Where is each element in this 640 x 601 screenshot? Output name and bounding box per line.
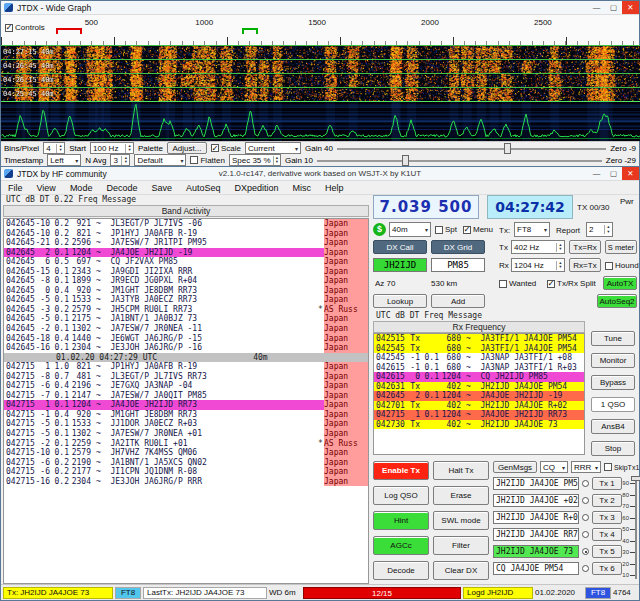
hound-checkbox[interactable]: Hound xyxy=(605,261,639,270)
decode-button[interactable]: Decode xyxy=(373,561,429,580)
rx-freq-spinner[interactable]: 1204 Hz▴▾ xyxy=(511,258,565,272)
close-icon[interactable]: ✕ xyxy=(622,167,639,180)
spt-checkbox[interactable]: Spt xyxy=(435,225,457,234)
decode-row[interactable]: 042715-60.22177~ JI1CPN JQ1DNM R-08Japan xyxy=(4,467,368,477)
side-button-ansb4[interactable]: AnsB4 xyxy=(591,419,635,434)
start-spinner[interactable]: 100 Hz▴▾ xyxy=(90,142,134,154)
autotx-button[interactable]: AutoTX xyxy=(603,276,637,290)
tx-eq-rx-button[interactable]: Tx=Rx xyxy=(569,240,601,254)
adjust-button[interactable]: Adjust... xyxy=(167,142,207,154)
gain2-slider[interactable] xyxy=(317,155,602,166)
band-select[interactable]: 40m▾ xyxy=(389,222,431,237)
wide-graph-titlebar[interactable]: JTDX - Wide Graph — ▢ ✕ xyxy=(1,1,639,15)
tx-button-6[interactable]: Tx 6 xyxy=(592,562,622,575)
dx-call-value[interactable]: JH2IJD xyxy=(373,258,427,272)
side-button-stop[interactable]: Stop xyxy=(591,441,635,456)
decode-row[interactable]: 042715-160.22304~ JE3JOH JA6JRG/P RRRJap… xyxy=(4,477,368,487)
filter-button[interactable]: Filter xyxy=(433,536,489,555)
lookup-button[interactable]: Lookup xyxy=(373,294,427,308)
scale-checkbox[interactable]: Scale xyxy=(211,144,241,153)
decode-row[interactable]: 042645-30.22579~ JH5CPM RU0LI RR73*AS Ru… xyxy=(4,305,368,315)
frequency-display[interactable]: 7.039 500 xyxy=(373,195,479,219)
decode-row[interactable]: 042701Tx402~ JH2IJD JA4JOE R+02 xyxy=(374,401,584,411)
rrr-select[interactable]: RRR▾ xyxy=(571,461,601,473)
decode-row[interactable]: 042515Tx680~ JA3TFI/1 JA4JOE PM54 xyxy=(374,334,584,344)
decode-row[interactable]: 042645-150.12343~ JA9GDI JI2IXA RRRJapan xyxy=(4,267,368,277)
hint-button[interactable]: Hint xyxy=(373,511,429,530)
erase-button[interactable]: Erase xyxy=(433,486,489,505)
tx-button-1[interactable]: Tx 1 xyxy=(592,477,622,490)
tx-message-field[interactable]: JH2IJD JA4JOE +02 xyxy=(493,494,579,507)
side-button-monitor[interactable]: Monitor xyxy=(591,353,635,368)
decode-row[interactable]: 04264500.4920~ JM1GHT JE8DBM RR73Japan xyxy=(4,286,368,296)
menu-file[interactable]: File xyxy=(1,183,30,193)
tx-radio[interactable] xyxy=(582,480,589,487)
menu-help[interactable]: Help xyxy=(318,183,351,193)
skiptx1-checkbox[interactable]: SkipTx1 xyxy=(604,463,639,471)
swl-button[interactable]: SWL mode xyxy=(433,511,489,530)
flatten-checkbox[interactable]: Flatten xyxy=(190,156,224,165)
decode-row[interactable]: 042730Tx402~ JH2IJD JA4JOE 73 xyxy=(374,420,584,430)
minimize-icon[interactable]: — xyxy=(588,167,605,180)
spec-spinner[interactable]: Spec 35 %▴▾ xyxy=(229,154,281,166)
slider-handle[interactable] xyxy=(402,155,409,166)
decode-row[interactable]: 042545-10.1680~ JA3NAP JA3TFI/1 +08 xyxy=(374,353,584,363)
decode-row[interactable]: 042715-50.11533~ JJ1DOR JA0ECZ R+03Japan xyxy=(4,419,368,429)
rx-frequency-marker[interactable] xyxy=(242,28,258,34)
menu-checkbox[interactable]: Menu xyxy=(463,225,493,234)
tx-button-3[interactable]: Tx 3 xyxy=(592,511,622,524)
cq-select[interactable]: CQ▾ xyxy=(540,461,568,473)
slider-handle[interactable] xyxy=(631,476,640,481)
menu-misc[interactable]: Misc xyxy=(286,183,319,193)
decode-row[interactable]: 042715-60.22190~ JA1BNT/1 JA5XCS QN02Jap… xyxy=(4,458,368,468)
side-button-tune[interactable]: Tune xyxy=(591,331,635,346)
tx-message-field[interactable]: JH2IJD JA4JOE 73 xyxy=(493,545,579,558)
palette-select[interactable]: Default▾ xyxy=(134,154,186,166)
decode-row[interactable]: 042645-160.12304~ JE3JOH JA6JRG/P -16Jap… xyxy=(4,343,368,353)
maximize-icon[interactable]: ▢ xyxy=(605,1,622,14)
navg-spinner[interactable]: 3▴▾ xyxy=(110,154,130,166)
decode-row[interactable]: 042715-20.12259~ JA2ITK RU0LI +01*AS Rus… xyxy=(4,439,368,449)
decode-row[interactable]: 042645-50.11533~ JA3TYB JA0ECZ RR73Japan xyxy=(4,295,368,305)
decode-row[interactable]: 042715-100.12579~ JH7VHZ 7K4MSS QM06Japa… xyxy=(4,448,368,458)
decode-row[interactable]: 042645-20.11302~ JA7ESW/7 JR0NEA -11Japa… xyxy=(4,324,368,334)
tx-mode-select[interactable]: FT8▾ xyxy=(514,222,550,237)
timestamp-select[interactable]: Left▾ xyxy=(47,154,81,166)
decode-row[interactable]: 042645-100.2921~ JL3EGT/P JL7IVS -06Japa… xyxy=(4,219,368,229)
decode-row[interactable]: 042715-80.7481~ JL3EGT/P JL7IVS RR73Japa… xyxy=(4,372,368,382)
log-button[interactable]: Log QSO xyxy=(373,486,429,505)
report-spinner[interactable]: 2▴▾ xyxy=(586,222,613,237)
rx-frequency-list[interactable]: 042515Tx680~ JA3TFI/1 JA4JOE PM54042545T… xyxy=(373,333,585,455)
side-button-1-qso[interactable]: 1 QSO xyxy=(591,397,635,412)
decode-row[interactable]: 042715-60.42196~ JE7GXQ JA3NAP -04Japan xyxy=(4,381,368,391)
tx-button-2[interactable]: Tx 2 xyxy=(592,494,622,507)
spot-button[interactable]: $ xyxy=(373,223,386,236)
tx-radio[interactable] xyxy=(582,548,589,555)
menu-decode[interactable]: Decode xyxy=(99,183,144,193)
rx-eq-tx-button[interactable]: Rx=Tx xyxy=(569,258,601,272)
waterfall-display[interactable] xyxy=(1,45,640,141)
decode-row[interactable]: 042715-50.11302~ JA7ESW/7 JR0NEA +01Japa… xyxy=(4,429,368,439)
dx-grid-value[interactable]: PM85 xyxy=(431,258,485,272)
menu-mode[interactable]: Mode xyxy=(63,183,100,193)
menu-dxpedition[interactable]: DXpedition xyxy=(227,183,285,193)
band-activity-list[interactable]: 042645-100.2921~ JL3EGT/P JL7IVS -06Japa… xyxy=(3,218,369,584)
menu-view[interactable]: View xyxy=(30,183,63,193)
wanted-checkbox[interactable]: Wanted xyxy=(499,279,536,288)
decode-row[interactable]: 042545Tx680~ JA3TFI/1 JA4JOE PM54 xyxy=(374,344,584,354)
decode-row[interactable]: 042615-10.1680~ JA3NAP JA3TFI/1 R+03 xyxy=(374,363,584,373)
enable-button[interactable]: Enable Tx xyxy=(373,461,429,480)
cleardx-button[interactable]: Clear DX xyxy=(433,561,489,580)
tx-radio[interactable] xyxy=(582,565,589,572)
decode-row[interactable]: 04264520.11204~ JA4JOE JH2IJD -19 xyxy=(374,391,584,401)
s-meter-button[interactable]: S meter xyxy=(605,240,637,254)
slider-handle[interactable] xyxy=(504,143,511,154)
spectrum-select[interactable]: Current▾ xyxy=(245,142,301,154)
tx-message-field[interactable]: CQ JA4JOE PM54 xyxy=(493,562,579,575)
decode-row[interactable]: 04271511.0821~ JP1HYJ JA0AFB R-19Japan xyxy=(4,362,368,372)
split-checkbox[interactable]: Tx/Rx Split xyxy=(547,279,596,288)
main-titlebar[interactable]: JTDX by HF community v2.1.0-rc147, deriv… xyxy=(1,167,639,181)
autoseq-button[interactable]: AutoSeq2 xyxy=(597,294,637,308)
decode-row[interactable]: 04261500.11204~ CQ JH2IJD PM85 xyxy=(374,372,584,382)
minimize-icon[interactable]: — xyxy=(588,1,605,14)
